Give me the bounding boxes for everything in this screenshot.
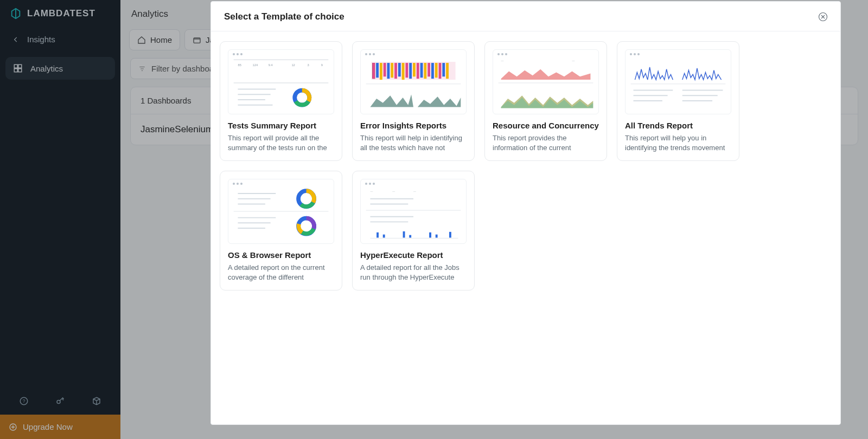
template-card-hyperexecute[interactable]: ——— <box>352 171 475 290</box>
svg-text:—: — <box>413 190 416 193</box>
template-thumb <box>360 49 467 114</box>
svg-rect-81 <box>429 233 431 238</box>
modal-body: 851249.4 1239 <box>211 31 840 424</box>
svg-rect-77 <box>376 233 379 238</box>
svg-rect-45 <box>442 63 445 76</box>
template-desc: This report provides the information of … <box>493 133 599 153</box>
template-thumb: —— <box>493 49 599 114</box>
template-desc: This report will help you in identifying… <box>625 133 731 153</box>
template-modal: Select a Template of choice <box>210 1 841 425</box>
template-card-os-browser[interactable]: OS & Browser Report A detailed report on… <box>220 171 342 290</box>
template-desc: A detailed report on the current coverag… <box>228 263 334 282</box>
svg-text:12: 12 <box>291 63 295 67</box>
svg-text:9: 9 <box>321 63 323 67</box>
svg-rect-44 <box>439 63 442 79</box>
modal-title: Select a Template of choice <box>224 11 344 22</box>
template-title: Tests Summary Report <box>228 121 334 130</box>
svg-rect-32 <box>394 63 397 79</box>
svg-rect-39 <box>420 63 423 78</box>
svg-rect-43 <box>435 63 438 78</box>
svg-rect-38 <box>417 63 419 79</box>
template-desc: This report will provide all the summary… <box>228 133 334 153</box>
svg-rect-42 <box>431 63 434 79</box>
svg-text:3: 3 <box>308 63 309 67</box>
svg-rect-40 <box>424 63 426 79</box>
svg-rect-79 <box>403 231 405 238</box>
svg-text:—: — <box>392 190 395 193</box>
template-title: All Trends Report <box>625 121 731 130</box>
svg-rect-29 <box>384 63 386 76</box>
template-title: Resource and Concurrency <box>493 121 599 130</box>
svg-rect-36 <box>409 63 412 79</box>
svg-rect-33 <box>398 63 401 76</box>
svg-text:—: — <box>501 60 504 62</box>
svg-point-19 <box>299 94 305 101</box>
template-desc: A detailed report for all the Jobs run t… <box>360 263 467 282</box>
template-title: HyperExecute Report <box>360 250 467 260</box>
template-desc: This report will help in identifying all… <box>360 133 467 153</box>
svg-rect-26 <box>372 63 375 79</box>
svg-rect-80 <box>409 235 411 238</box>
template-card-tests-summary[interactable]: 851249.4 1239 <box>220 41 342 161</box>
svg-rect-82 <box>436 235 438 238</box>
template-thumb: 851249.4 1239 <box>228 49 334 114</box>
svg-rect-83 <box>449 232 451 238</box>
svg-rect-41 <box>427 63 430 76</box>
svg-rect-37 <box>413 63 416 76</box>
svg-point-62 <box>303 196 310 202</box>
template-title: Error Insights Reports <box>360 121 467 130</box>
template-thumb <box>625 49 731 114</box>
modal-close-button[interactable] <box>816 10 829 23</box>
template-thumb <box>228 179 334 244</box>
svg-rect-27 <box>376 63 379 78</box>
svg-rect-78 <box>383 235 385 238</box>
svg-rect-35 <box>405 63 408 78</box>
template-card-all-trends[interactable]: All Trends Report This report will help … <box>617 41 739 161</box>
modal-header: Select a Template of choice <box>211 2 840 31</box>
template-card-resource-concurrency[interactable]: —— Resource and Concurrency This report … <box>484 41 607 161</box>
svg-rect-28 <box>380 63 382 80</box>
svg-rect-34 <box>402 63 405 80</box>
svg-text:124: 124 <box>253 63 258 67</box>
svg-rect-31 <box>391 63 393 78</box>
svg-point-68 <box>303 223 310 229</box>
svg-text:—: — <box>370 190 373 193</box>
template-card-error-insights[interactable]: Error Insights Reports This report will … <box>352 41 475 161</box>
svg-rect-30 <box>387 63 390 79</box>
svg-text:85: 85 <box>238 63 241 67</box>
template-title: OS & Browser Report <box>228 250 334 260</box>
svg-text:9.4: 9.4 <box>269 63 273 67</box>
svg-text:—: — <box>572 60 575 62</box>
template-thumb: ——— <box>360 179 467 244</box>
template-grid: 851249.4 1239 <box>220 41 832 290</box>
svg-rect-46 <box>446 63 449 79</box>
close-icon <box>818 12 828 22</box>
